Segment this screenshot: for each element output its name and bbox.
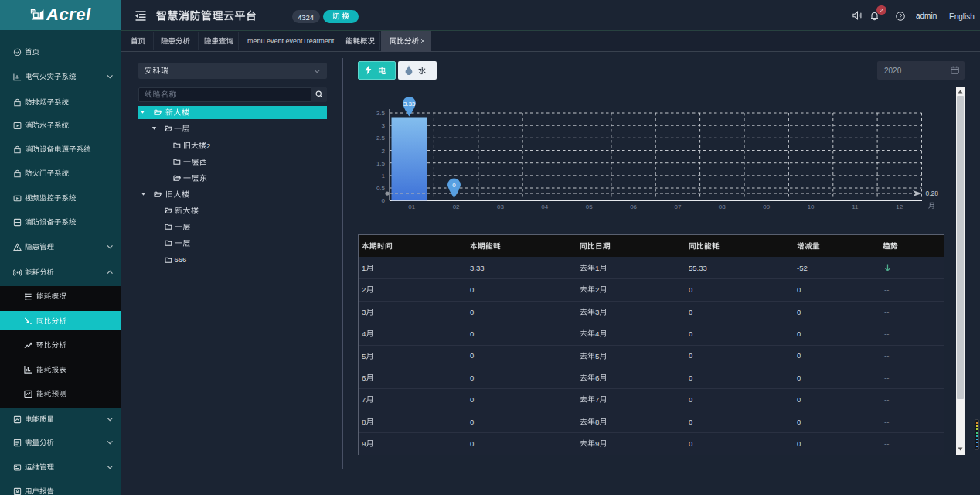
svg-text:1: 1 (595, 264, 599, 271)
svg-text:8: 8 (362, 418, 366, 425)
svg-text:01: 01 (408, 203, 415, 210)
svg-text:1: 1 (382, 172, 386, 179)
svg-text:0: 0 (382, 197, 386, 204)
svg-text:7: 7 (362, 395, 366, 403)
svg-text:3: 3 (595, 308, 600, 316)
svg-text:3: 3 (362, 308, 366, 316)
svg-text:6: 6 (595, 374, 600, 381)
svg-text:8: 8 (595, 418, 600, 425)
svg-text:02: 02 (453, 203, 460, 210)
svg-text:05: 05 (586, 203, 593, 210)
svg-text:1.5: 1.5 (376, 160, 386, 167)
svg-text:5: 5 (362, 352, 366, 360)
svg-text:4: 4 (362, 329, 366, 337)
svg-text:3: 3 (382, 122, 386, 129)
svg-text:10: 10 (808, 203, 815, 210)
svg-text:11: 11 (852, 203, 859, 210)
svg-text:4: 4 (595, 329, 600, 337)
svg-text:9: 9 (362, 439, 366, 447)
svg-text:2: 2 (595, 285, 599, 293)
svg-text:2: 2 (382, 148, 386, 155)
svg-text:0.5: 0.5 (376, 185, 386, 192)
svg-text:3.5: 3.5 (376, 110, 386, 117)
svg-text:04: 04 (541, 203, 548, 210)
svg-text:0.28: 0.28 (926, 189, 939, 197)
svg-text:9: 9 (595, 439, 599, 447)
svg-text:07: 07 (674, 203, 681, 210)
svg-text:12: 12 (896, 203, 903, 210)
svg-text:09: 09 (763, 203, 770, 210)
svg-text:2: 2 (206, 142, 210, 149)
svg-text:5: 5 (595, 352, 600, 360)
svg-text:08: 08 (719, 203, 726, 210)
svg-text:0: 0 (452, 182, 456, 189)
svg-text:3.33: 3.33 (403, 101, 416, 108)
svg-text:06: 06 (630, 203, 637, 210)
svg-text:03: 03 (497, 203, 504, 210)
svg-text:2: 2 (362, 285, 366, 293)
svg-text:7: 7 (595, 395, 599, 403)
svg-text:2.5: 2.5 (376, 135, 386, 142)
svg-text:1: 1 (362, 264, 366, 271)
svg-text:6: 6 (362, 374, 366, 381)
